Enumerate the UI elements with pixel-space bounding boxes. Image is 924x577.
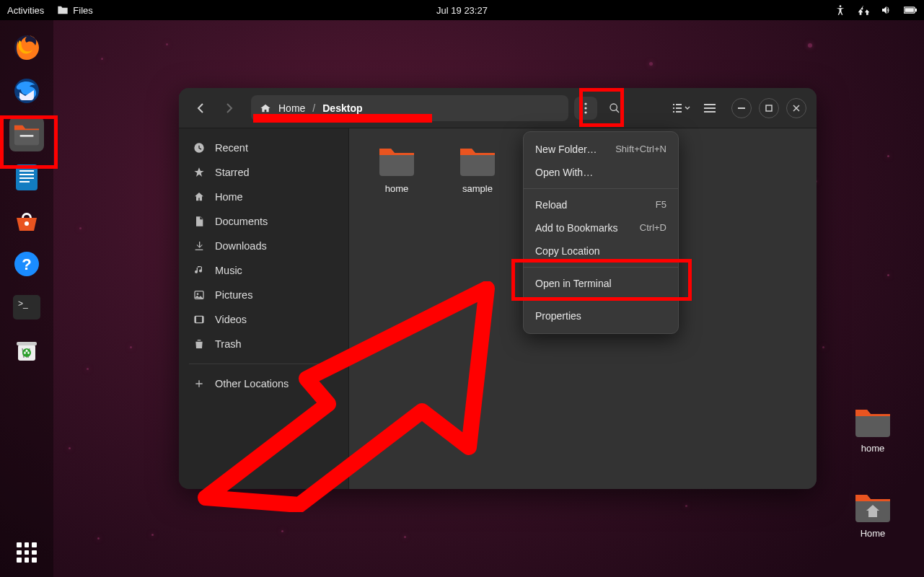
sidebar-recent[interactable]: Recent (179, 136, 348, 160)
dock-thunderbird[interactable] (9, 74, 44, 108)
menu-new-folder[interactable]: New Folder…Shift+Ctrl+N (524, 138, 678, 161)
sidebar-other-locations[interactable]: Other Locations (179, 371, 348, 396)
svg-rect-3 (915, 9, 917, 12)
svg-point-23 (610, 104, 617, 110)
nav-forward[interactable] (218, 97, 241, 120)
show-applications[interactable] (17, 542, 37, 563)
dock-files[interactable] (9, 117, 44, 151)
menu-add-bookmarks[interactable]: Add to BookmarksCtrl+D (524, 216, 678, 239)
sidebar-item-label: Pictures (215, 289, 252, 301)
sidebar-item-label: Downloads (215, 240, 267, 252)
search-button[interactable] (603, 97, 626, 120)
folder-icon (57, 5, 69, 15)
svg-rect-29 (195, 316, 196, 322)
window-minimize[interactable] (731, 98, 752, 118)
volume-icon[interactable] (881, 4, 892, 16)
sidebar-documents[interactable]: Documents (179, 209, 348, 234)
sidebar-videos[interactable]: Videos (179, 307, 348, 332)
svg-point-21 (584, 107, 586, 109)
folder-menu-button[interactable] (574, 97, 597, 120)
svg-rect-2 (905, 8, 913, 12)
menu-copy-location[interactable]: Copy Location (524, 239, 678, 263)
context-menu: New Folder…Shift+Ctrl+N Open With… Reloa… (523, 131, 679, 334)
battery-icon[interactable] (904, 5, 917, 15)
files-window: Home / Desktop Recent Starred Home Docum… (179, 88, 817, 489)
folder-sample[interactable]: sample (452, 144, 503, 194)
svg-point-20 (584, 102, 586, 105)
crumb-separator: / (312, 102, 315, 114)
svg-point-12 (25, 221, 29, 226)
sidebar-item-label: Other Locations (215, 378, 289, 389)
desktop-folder-home[interactable]: home (848, 405, 898, 454)
crumb-desktop[interactable]: Desktop (322, 102, 362, 114)
svg-rect-24 (738, 107, 745, 109)
sidebar-item-label: Videos (215, 314, 247, 325)
menu-open-terminal[interactable]: Open in Terminal (524, 272, 678, 295)
dock-help[interactable]: ? (9, 247, 44, 281)
svg-rect-30 (202, 316, 203, 322)
sidebar-item-label: Music (215, 265, 242, 276)
window-close[interactable] (786, 98, 806, 118)
app-menu-files[interactable]: Files (57, 5, 92, 16)
accessibility-icon[interactable] (835, 4, 846, 16)
desktop-folder-label: home (861, 443, 885, 454)
sidebar-item-label: Documents (215, 216, 268, 227)
pathbar[interactable]: Home / Desktop (251, 95, 568, 121)
menu-properties[interactable]: Properties (524, 304, 678, 327)
desktop-folder-user-home[interactable]: Home (848, 490, 898, 539)
dock-firefox[interactable] (9, 30, 44, 65)
file-label: sample (462, 183, 493, 194)
folder-home[interactable]: home (371, 144, 423, 194)
activities-button[interactable]: Activities (7, 5, 44, 16)
sidebar-item-label: Recent (215, 142, 248, 154)
svg-rect-25 (766, 105, 772, 111)
sidebar-home[interactable]: Home (179, 185, 348, 209)
menu-open-with[interactable]: Open With… (524, 161, 678, 184)
sidebar-pictures[interactable]: Pictures (179, 283, 348, 307)
sidebar-music[interactable]: Music (179, 258, 348, 283)
dock-software[interactable] (9, 203, 44, 238)
nav-back[interactable] (189, 97, 212, 120)
sidebar-downloads[interactable]: Downloads (179, 234, 348, 258)
dock: ? >_ (0, 20, 53, 577)
svg-rect-18 (17, 342, 37, 345)
home-icon (260, 103, 271, 113)
hamburger-menu[interactable] (698, 97, 721, 120)
svg-text:>_: >_ (18, 299, 28, 309)
svg-rect-9 (19, 174, 34, 175)
places-sidebar: Recent Starred Home Documents Downloads … (179, 128, 349, 489)
top-panel: Activities Files Jul 19 23:27 (0, 0, 924, 20)
svg-rect-10 (19, 177, 34, 179)
sidebar-starred[interactable]: Starred (179, 160, 348, 185)
crumb-home[interactable]: Home (278, 102, 305, 114)
chevron-down-icon (685, 106, 690, 110)
sidebar-item-label: Starred (215, 167, 250, 178)
file-label: home (385, 183, 409, 194)
sidebar-trash[interactable]: Trash (179, 332, 348, 356)
svg-rect-8 (19, 170, 34, 172)
svg-text:?: ? (22, 255, 31, 273)
app-menu-label: Files (73, 5, 92, 16)
dock-terminal[interactable]: >_ (9, 290, 44, 325)
menu-reload[interactable]: ReloadF5 (524, 193, 678, 216)
svg-point-22 (584, 111, 586, 113)
svg-rect-11 (19, 181, 30, 182)
sidebar-item-label: Home (215, 191, 243, 203)
dock-writer[interactable] (9, 160, 44, 195)
dock-trash[interactable] (9, 333, 44, 368)
view-list-button[interactable] (669, 97, 692, 120)
clock[interactable]: Jul 19 23:27 (436, 5, 488, 16)
desktop-folder-label: Home (861, 528, 886, 539)
svg-point-27 (197, 293, 199, 295)
sidebar-item-label: Trash (215, 338, 242, 350)
network-icon[interactable] (858, 4, 869, 16)
svg-rect-6 (20, 135, 34, 137)
svg-point-0 (840, 5, 842, 7)
window-maximize[interactable] (759, 98, 779, 118)
titlebar: Home / Desktop (179, 88, 817, 128)
